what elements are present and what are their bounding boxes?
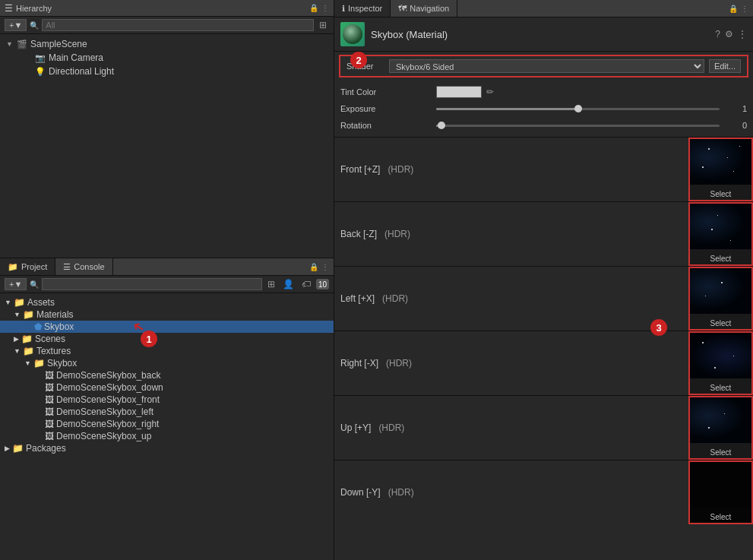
console-tab-label: Console <box>74 262 104 271</box>
tree-item-directional-light[interactable]: 💡 Directional Light <box>0 65 334 78</box>
folder-icon-skybox: 📁 <box>33 358 45 369</box>
exposure-label: Exposure <box>340 104 432 113</box>
project-tag-icon[interactable]: 🏷 <box>299 278 313 290</box>
hierarchy-expand-icon[interactable]: ⊞ <box>317 19 329 31</box>
texture-row-front: Front [+Z] (HDR) <box>334 137 753 201</box>
scenes-arrow: ▶ <box>14 335 19 343</box>
tint-color-swatch[interactable] <box>436 86 482 98</box>
project-add-button[interactable]: +▼ <box>5 278 27 290</box>
project-expand-icon[interactable]: ⊞ <box>265 278 277 290</box>
file-skybox-right[interactable]: 🖼 DemoSceneSkybox_right <box>0 418 334 430</box>
project-search-icon: 🔍 <box>30 280 39 289</box>
rotation-slider-container: 0 <box>436 121 747 130</box>
shader-edit-button[interactable]: Edit... <box>709 59 741 73</box>
exposure-slider[interactable] <box>436 108 720 110</box>
file-skybox-front[interactable]: 🖼 DemoSceneSkybox_front <box>0 394 334 406</box>
texture-slot-back[interactable]: Select <box>688 202 753 266</box>
project-lock-icon[interactable]: 🔒 <box>309 263 318 271</box>
annotation-2: 2 <box>350 52 367 68</box>
folder-packages[interactable]: ▶ 📁 Packages <box>0 442 334 454</box>
folder-scenes[interactable]: ▶ 📁 Scenes <box>0 333 334 345</box>
skybox-folder-arrow: ▼ <box>24 359 31 367</box>
file-skybox-down[interactable]: 🖼 DemoSceneSkybox_down <box>0 381 334 394</box>
texture-inner-down <box>690 462 751 508</box>
shader-dropdown[interactable]: Skybox/6 Sided <box>389 59 704 73</box>
hierarchy-search-input[interactable] <box>42 19 314 31</box>
annotation-3: 3 <box>650 319 667 336</box>
tab-console[interactable]: ☰ Console <box>55 258 112 275</box>
hierarchy-tree: ▼ 🎬 SampleScene 📷 Main Camera 💡 <box>0 34 334 258</box>
texture-inner-back <box>690 204 751 249</box>
texture-select-btn-back[interactable]: Select <box>710 255 732 263</box>
texture-select-btn-left[interactable]: Select <box>710 319 732 327</box>
texture-preview-front <box>690 139 751 185</box>
hierarchy-search-bar: +▼ 🔍 ⊞ <box>0 17 334 34</box>
folder-skybox-textures[interactable]: ▼ 📁 Skybox <box>0 357 334 369</box>
folder-icon-materials: 📁 <box>23 309 34 320</box>
texture-row-up: Up [+Y] (HDR) <box>334 395 753 460</box>
texture-slot-right[interactable]: Select <box>688 331 753 395</box>
texture-preview-back <box>690 204 751 249</box>
folder-textures[interactable]: ▼ 📁 Textures <box>0 345 334 357</box>
hierarchy-lock-icon[interactable]: 🔒 <box>309 4 318 12</box>
file-skybox-material[interactable]: ⬟ Skybox ➔ <box>0 321 334 333</box>
texture-up-label: DemoSceneSkybox_up <box>56 431 151 441</box>
project-filter-icon[interactable]: 👤 <box>280 278 296 290</box>
texture-slot-left[interactable]: Select <box>688 267 753 331</box>
rotation-slider-thumb <box>438 122 445 129</box>
texture-select-btn-down[interactable]: Select <box>710 513 732 521</box>
rotation-slider[interactable] <box>436 125 720 127</box>
texture-icon-up: 🖼 <box>45 431 54 441</box>
folder-materials[interactable]: ▼ 📁 Materials <box>0 308 334 321</box>
prop-exposure: Exposure 1 <box>340 100 747 117</box>
hierarchy-add-button[interactable]: +▼ <box>5 19 27 31</box>
textures-label: Textures <box>36 346 71 356</box>
tab-project[interactable]: 📁 Project <box>0 258 55 275</box>
more-icon[interactable]: ⋮ <box>738 29 747 40</box>
project-toolbar: +▼ 🔍 ⊞ 👤 🏷 10 <box>0 276 334 293</box>
inspector-lock-icon[interactable]: 🔒 <box>729 5 738 13</box>
texture-slot-down[interactable]: Select <box>688 460 753 524</box>
inspector-tab-icon: ℹ <box>342 4 345 14</box>
file-skybox-left[interactable]: 🖼 DemoSceneSkybox_left <box>0 406 334 418</box>
project-search-input[interactable] <box>42 278 262 290</box>
project-more-icon[interactable]: ⋮ <box>321 263 329 271</box>
skybox-folder-label: Skybox <box>47 358 77 369</box>
tree-item-samplescene[interactable]: ▼ 🎬 SampleScene <box>0 37 334 51</box>
file-skybox-up[interactable]: 🖼 DemoSceneSkybox_up <box>0 430 334 442</box>
scene-icon: 🎬 <box>17 40 27 49</box>
texture-inner-right <box>690 333 751 378</box>
texture-icon-left: 🖼 <box>45 407 54 417</box>
texture-select-btn-up[interactable]: Select <box>710 448 732 457</box>
hierarchy-more-icon[interactable]: ⋮ <box>321 4 329 12</box>
texture-select-btn-front[interactable]: Select <box>710 190 732 198</box>
scene-label: SampleScene <box>30 39 87 49</box>
materials-label: Materials <box>36 309 74 320</box>
tab-inspector[interactable]: ℹ Inspector <box>334 0 391 17</box>
color-picker-icon[interactable]: ✏ <box>486 87 494 97</box>
texture-select-btn-right[interactable]: Select <box>710 384 732 392</box>
hierarchy-title: Hierarchy <box>16 4 306 13</box>
file-skybox-back[interactable]: 🖼 DemoSceneSkybox_back <box>0 369 334 381</box>
tree-item-main-camera[interactable]: 📷 Main Camera <box>0 51 334 65</box>
settings-icon[interactable]: ⚙ <box>725 29 733 40</box>
material-name: Skybox (Material) <box>371 29 709 40</box>
project-header-actions: 🔒 ⋮ <box>305 258 334 275</box>
packages-label: Packages <box>26 443 66 454</box>
folder-icon-scenes: 📁 <box>21 334 33 344</box>
inspector-more-icon[interactable]: ⋮ <box>741 5 748 13</box>
texture-preview-down <box>690 462 751 508</box>
hierarchy-panel: ☰ Hierarchy 🔒 ⋮ +▼ 🔍 ⊞ ▼ 🎬 SampleScene <box>0 0 334 258</box>
properties-section: Tint Color ✏ Exposure 1 <box>334 81 753 137</box>
texture-label-up: Up [+Y] (HDR) <box>334 396 688 460</box>
texture-slot-front[interactable]: Select <box>688 138 753 201</box>
folder-assets[interactable]: ▼ 📁 Assets <box>0 296 334 308</box>
tab-navigation[interactable]: 🗺 Navigation <box>391 0 457 17</box>
shader-row: Shader Skybox/6 Sided Edit... <box>339 55 748 78</box>
light-icon: 💡 <box>35 67 46 77</box>
inspector-tabs-bar: ℹ Inspector 🗺 Navigation 🔒 ⋮ <box>334 0 753 17</box>
help-icon[interactable]: ? <box>715 29 720 40</box>
packages-arrow: ▶ <box>5 445 10 452</box>
textures-arrow: ▼ <box>14 347 21 355</box>
texture-slot-up[interactable]: Select <box>688 396 753 460</box>
